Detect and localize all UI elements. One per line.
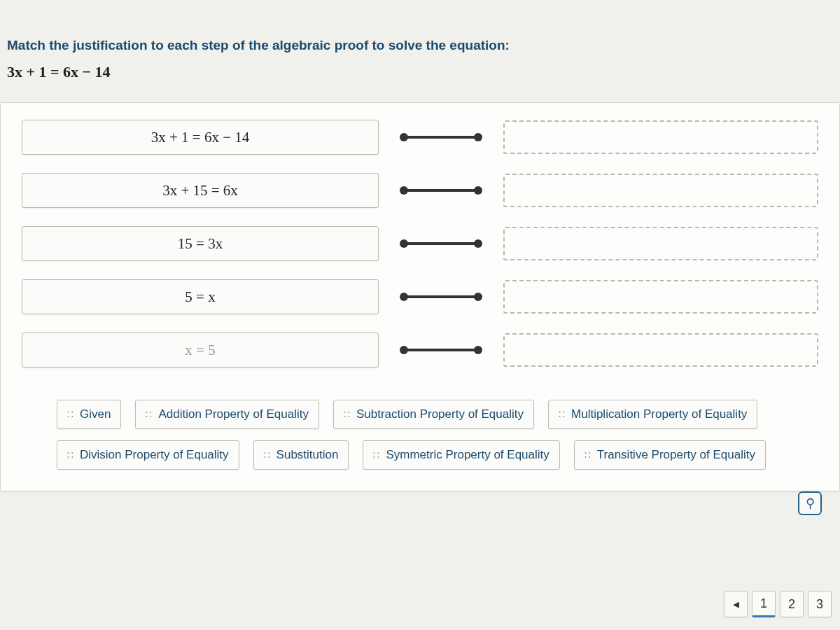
connector-icon xyxy=(402,349,479,351)
choice-chip-given[interactable]: ∷ Given xyxy=(57,400,121,429)
connector-icon xyxy=(402,242,479,245)
choice-label: Given xyxy=(80,407,111,421)
choice-chip-transitive[interactable]: ∷ Transitive Property of Equality xyxy=(574,440,766,470)
choice-chip-symmetric[interactable]: ∷ Symmetric Property of Equality xyxy=(363,440,559,470)
pager-page-1[interactable]: 1 xyxy=(752,591,776,617)
step-box: 5 = x xyxy=(22,279,379,314)
question-prompt: Match the justification to each step of … xyxy=(7,38,833,53)
choice-label: Multiplication Property of Equality xyxy=(571,407,747,421)
step-box: 15 = 3x xyxy=(22,226,379,261)
choice-chip-multiplication[interactable]: ∷ Multiplication Property of Equality xyxy=(548,400,757,429)
given-equation: 3x + 1 = 6x − 14 xyxy=(7,63,833,81)
grip-icon: ∷ xyxy=(344,412,349,417)
choice-chip-division[interactable]: ∷ Division Property of Equality xyxy=(57,440,239,470)
justification-drop-zone[interactable] xyxy=(503,333,818,367)
choice-label: Addition Property of Equality xyxy=(158,407,309,421)
justification-drop-zone[interactable] xyxy=(503,120,818,154)
choice-label: Substitution xyxy=(276,448,339,462)
connector-icon xyxy=(402,295,479,298)
choice-label: Symmetric Property of Equality xyxy=(386,448,549,462)
choice-label: Subtraction Property of Equality xyxy=(356,407,524,421)
grip-icon: ∷ xyxy=(264,453,270,458)
pager-page-2[interactable]: 2 xyxy=(780,591,804,617)
justification-drop-zone[interactable] xyxy=(503,280,818,314)
connector-icon xyxy=(402,189,479,192)
grip-icon: ∷ xyxy=(559,412,564,417)
proof-row: x = 5 xyxy=(22,332,818,368)
grip-icon: ∷ xyxy=(373,453,379,458)
step-box: x = 5 xyxy=(22,332,379,368)
proof-row: 3x + 15 = 6x xyxy=(22,173,818,208)
choice-chip-addition[interactable]: ∷ Addition Property of Equality xyxy=(135,400,319,429)
grip-icon: ∷ xyxy=(146,412,151,417)
accessibility-icon[interactable]: ⚲ xyxy=(798,491,822,515)
pager: ◂ 1 2 3 xyxy=(724,591,832,617)
proof-rows: 3x + 1 = 6x − 14 3x + 15 = 6x 15 = 3x 5 … xyxy=(22,120,818,368)
pager-page-3[interactable]: 3 xyxy=(808,591,832,617)
proof-card: 3x + 1 = 6x − 14 3x + 15 = 6x 15 = 3x 5 … xyxy=(0,102,840,491)
connector-icon xyxy=(402,136,479,139)
justification-drop-zone[interactable] xyxy=(503,227,818,260)
proof-row: 3x + 1 = 6x − 14 xyxy=(22,120,818,155)
choice-chip-substitution[interactable]: ∷ Substitution xyxy=(253,440,349,470)
choice-chip-subtraction[interactable]: ∷ Subtraction Property of Equality xyxy=(333,400,534,429)
justification-drop-zone[interactable] xyxy=(503,174,818,207)
pager-prev-button[interactable]: ◂ xyxy=(724,591,748,617)
choice-label: Division Property of Equality xyxy=(80,448,229,462)
grip-icon: ∷ xyxy=(67,412,73,417)
choice-label: Transitive Property of Equality xyxy=(597,448,755,462)
step-box: 3x + 15 = 6x xyxy=(22,173,379,208)
answer-choice-bank: ∷ Given ∷ Addition Property of Equality … xyxy=(22,400,813,470)
step-box: 3x + 1 = 6x − 14 xyxy=(22,120,379,155)
proof-row: 5 = x xyxy=(22,279,818,314)
proof-row: 15 = 3x xyxy=(22,226,818,261)
grip-icon: ∷ xyxy=(67,453,73,458)
grip-icon: ∷ xyxy=(584,453,590,458)
